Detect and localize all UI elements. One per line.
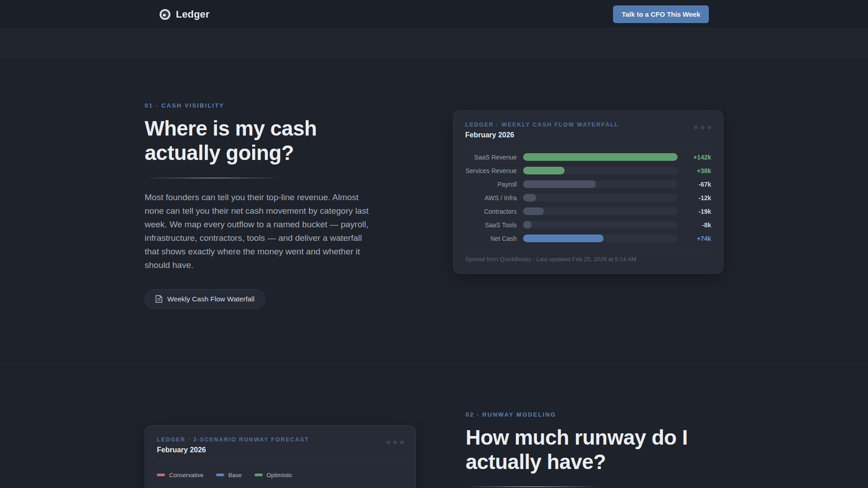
- legend-item: Base: [216, 472, 242, 479]
- section2-eyebrow: 02 · RUNWAY MODELING: [466, 411, 723, 418]
- heading-divider: [145, 178, 280, 178]
- bar-fill: [523, 180, 596, 188]
- bar-fill: [523, 207, 544, 215]
- ledger-logo-icon: [159, 9, 171, 20]
- legend-swatch: [216, 474, 224, 476]
- pill-label: Weekly Cash Flow Waterfall: [167, 295, 255, 303]
- bar-track: [523, 167, 678, 174]
- top-nav: Ledger Talk to a CFO This Week: [0, 0, 868, 29]
- waterfall-rows: SaaS Revenue+142kServices Revenue+38kPay…: [465, 153, 711, 242]
- bar-label: Contractors: [465, 208, 523, 215]
- bar-label: Net Cash: [465, 235, 523, 242]
- legend-label: Base: [228, 472, 242, 479]
- section1-eyebrow: 01 · CASH VISIBILITY: [145, 102, 375, 109]
- bar-value: -8k: [683, 221, 711, 229]
- bar-track: [523, 194, 678, 202]
- card-divider: [465, 147, 711, 147]
- bar-track: [523, 180, 678, 188]
- bar-track: [523, 207, 678, 215]
- legend-item: Optimistic: [255, 472, 292, 479]
- bar-value: -19k: [683, 208, 711, 215]
- hero-band: [0, 29, 868, 57]
- brand-name: Ledger: [176, 9, 210, 20]
- legend-label: Optimistic: [267, 472, 292, 479]
- bar-fill: [523, 235, 604, 242]
- brand[interactable]: Ledger: [159, 9, 210, 20]
- bar-track: [523, 221, 678, 229]
- waterfall-row: Contractors-19k: [465, 207, 711, 215]
- section2-heading: How much runway do I actually have?: [466, 425, 723, 474]
- waterfall-row: Services Revenue+38k: [465, 167, 711, 174]
- card2-eyebrow: LEDGER · 3-SCENARIO RUNWAY FORECAST: [157, 436, 309, 443]
- bar-label: Services Revenue: [465, 167, 523, 174]
- legend-label: Conservative: [169, 472, 203, 479]
- bar-label: SaaS Revenue: [465, 154, 523, 161]
- bar-value: +38k: [683, 167, 711, 174]
- waterfall-row: Net Cash+74k: [465, 235, 711, 242]
- bar-fill: [523, 221, 532, 229]
- bar-track: [523, 153, 678, 161]
- waterfall-row: SaaS Revenue+142k: [465, 153, 711, 161]
- bar-label: Payroll: [465, 181, 523, 188]
- talk-to-cfo-button[interactable]: Talk to a CFO This Week: [613, 5, 709, 23]
- weekly-cash-flow-waterfall-button[interactable]: Weekly Cash Flow Waterfall: [145, 289, 265, 309]
- bar-label: AWS / Infra: [465, 194, 523, 202]
- waterfall-row: Payroll-67k: [465, 180, 711, 188]
- waterfall-row: SaaS Tools-8k: [465, 221, 711, 229]
- card2-title: February 2026: [157, 446, 309, 454]
- document-icon: [156, 295, 162, 303]
- runway-line-chart: [157, 486, 404, 488]
- card-menu-dots[interactable]: [387, 441, 404, 444]
- legend-swatch: [255, 474, 263, 476]
- legend-item: Conservative: [157, 472, 203, 479]
- bar-track: [523, 235, 678, 242]
- bar-fill: [523, 167, 565, 174]
- sync-status-text: Synced from QuickBooks · Last updated Fe…: [465, 256, 711, 263]
- bar-label: SaaS Tools: [465, 221, 523, 229]
- bar-value: -12k: [683, 194, 711, 202]
- legend-swatch: [157, 474, 165, 476]
- card-divider: [465, 250, 711, 250]
- card1-title: February 2026: [465, 131, 619, 139]
- section-cash-visibility: 01 · CASH VISIBILITY Where is my cash ac…: [0, 57, 868, 364]
- bar-value: +142k: [683, 154, 711, 161]
- section1-body: Most founders can tell you their top-lin…: [145, 191, 375, 272]
- waterfall-row: AWS / Infra-12k: [465, 194, 711, 202]
- heading-divider: [466, 486, 601, 487]
- bar-fill: [523, 153, 678, 161]
- section1-heading: Where is my cash actually going?: [145, 116, 353, 165]
- chart-legend: ConservativeBaseOptimistic: [157, 472, 404, 479]
- section-runway-modeling: LEDGER · 3-SCENARIO RUNWAY FORECAST Febr…: [0, 364, 868, 488]
- card1-eyebrow: LEDGER · WEEKLY CASH FLOW WATERFALL: [465, 122, 619, 128]
- bar-value: +74k: [683, 235, 711, 242]
- bar-value: -67k: [683, 181, 711, 188]
- bar-fill: [523, 194, 536, 202]
- cash-flow-waterfall-card: LEDGER · WEEKLY CASH FLOW WATERFALL Febr…: [453, 110, 723, 274]
- card-divider: [157, 462, 404, 462]
- card-menu-dots[interactable]: [694, 126, 711, 129]
- runway-forecast-card: LEDGER · 3-SCENARIO RUNWAY FORECAST Febr…: [145, 425, 416, 488]
